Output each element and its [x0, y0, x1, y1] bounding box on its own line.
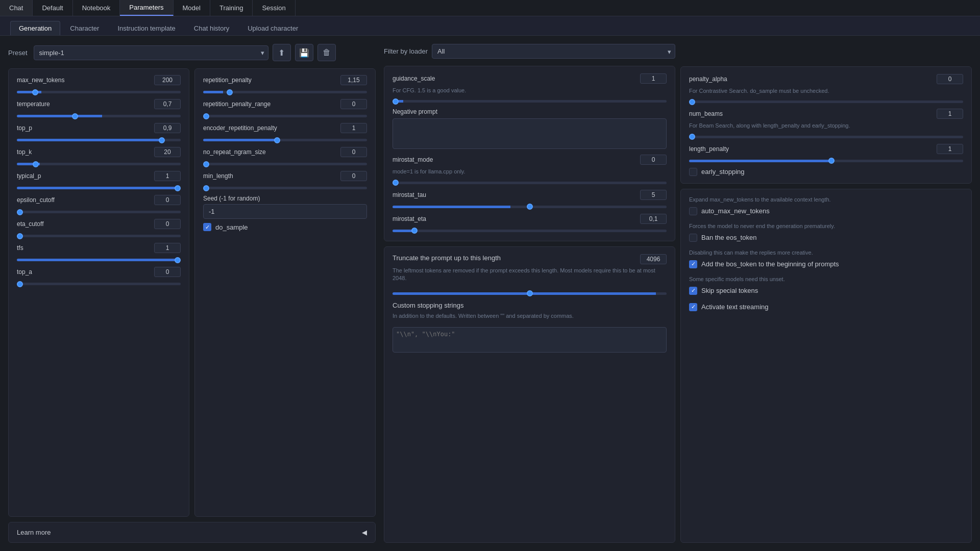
right-top-right-card: penalty_alpha For Contrastive Search. do…: [680, 66, 972, 184]
num-beams-value[interactable]: [937, 109, 963, 119]
mirostat-mode-value[interactable]: [640, 155, 667, 165]
nav-session[interactable]: Session: [253, 0, 295, 16]
param-min-length: min_length: [203, 171, 367, 191]
num-beams-slider[interactable]: [689, 136, 963, 138]
right-panel: Filter by loader All llama.cpp transform…: [384, 44, 972, 543]
epsilon-cutoff-value[interactable]: [154, 195, 181, 205]
add-bos-token-checkbox[interactable]: [689, 260, 697, 268]
tab-chat-history[interactable]: Chat history: [185, 21, 238, 35]
nav-notebook[interactable]: Notebook: [73, 0, 120, 16]
mirostat-eta-value[interactable]: [640, 214, 667, 224]
param-epsilon-cutoff: epsilon_cutoff: [17, 195, 181, 215]
guidance-scale-value[interactable]: [640, 73, 667, 84]
nav-training[interactable]: Training: [210, 0, 253, 16]
tab-generation[interactable]: Generation: [10, 21, 60, 35]
bottom-left-card: Truncate the prompt up to this length Th…: [384, 246, 675, 543]
seed-section: Seed (-1 for random): [203, 195, 367, 219]
top-navigation: Chat Default Notebook Parameters Model T…: [0, 0, 980, 16]
auto-max-new-tokens-checkbox[interactable]: [689, 207, 697, 215]
truncate-prompt-value[interactable]: [640, 254, 667, 264]
penalty-alpha-value[interactable]: [937, 74, 963, 84]
right-top-left-card: guidance_scale For CFG. 1.5 is a good va…: [384, 66, 675, 241]
top-a-value[interactable]: [154, 267, 181, 277]
typical-p-slider[interactable]: [17, 187, 181, 189]
min-length-value[interactable]: [340, 171, 367, 181]
ban-eos-token-checkbox[interactable]: [689, 234, 697, 242]
right-right-col: penalty_alpha For Contrastive Search. do…: [680, 44, 972, 543]
param-length-penalty: length_penalty: [689, 144, 963, 164]
tfs-value[interactable]: [154, 243, 181, 253]
mirostat-tau-slider[interactable]: [393, 206, 667, 208]
param-no-repeat-ngram: no_repeat_ngram_size: [203, 147, 367, 167]
max-new-tokens-slider[interactable]: [17, 91, 181, 93]
do-sample-row: do_sample: [203, 223, 367, 231]
top-k-value[interactable]: [154, 147, 181, 157]
min-length-slider[interactable]: [203, 187, 367, 189]
early-stopping-checkbox[interactable]: [689, 168, 697, 176]
save-preset-button[interactable]: 💾: [295, 44, 313, 61]
left-params-card: max_new_tokens temperature: [8, 68, 189, 517]
negative-prompt-section: Negative prompt: [393, 108, 667, 151]
stopping-strings-textarea[interactable]: [393, 327, 667, 353]
tfs-slider[interactable]: [17, 259, 181, 261]
no-repeat-ngram-slider[interactable]: [203, 163, 367, 165]
penalty-alpha-slider[interactable]: [689, 101, 963, 103]
nav-default[interactable]: Default: [33, 0, 72, 16]
mirostat-tau-value[interactable]: [640, 190, 667, 200]
tab-character[interactable]: Character: [61, 21, 108, 35]
nav-parameters[interactable]: Parameters: [120, 0, 173, 16]
delete-icon: 🗑: [323, 48, 331, 57]
ban-eos-token-label: Ban the eos_token: [701, 234, 756, 241]
learn-more-bar[interactable]: Learn more ◀: [8, 522, 376, 543]
no-repeat-ngram-value[interactable]: [340, 147, 367, 157]
learn-more-label: Learn more: [17, 529, 51, 536]
encoder-rep-penalty-slider[interactable]: [203, 139, 367, 141]
temperature-value[interactable]: [154, 99, 181, 109]
load-preset-button[interactable]: ⬆: [273, 44, 291, 61]
top-p-value[interactable]: [154, 123, 181, 133]
filter-loader-select[interactable]: All llama.cpp transformers exllama: [432, 44, 675, 59]
activate-text-streaming-checkbox[interactable]: [689, 303, 697, 311]
nav-chat[interactable]: Chat: [0, 0, 33, 16]
negative-prompt-textarea[interactable]: [393, 118, 667, 149]
tab-upload[interactable]: Upload character: [239, 21, 307, 35]
tab-instruction[interactable]: Instruction template: [109, 21, 184, 35]
length-penalty-value[interactable]: [937, 144, 963, 154]
truncate-prompt-slider[interactable]: [393, 292, 667, 295]
rep-penalty-range-slider[interactable]: [203, 115, 367, 117]
top-k-slider[interactable]: [17, 163, 181, 165]
top-a-slider[interactable]: [17, 283, 181, 285]
param-rep-penalty-range: repetition_penalty_range: [203, 99, 367, 119]
param-top-k: top_k: [17, 147, 181, 167]
nav-model[interactable]: Model: [174, 0, 210, 16]
encoder-rep-penalty-value[interactable]: [340, 123, 367, 133]
do-sample-checkbox[interactable]: [203, 223, 211, 231]
max-new-tokens-value[interactable]: [154, 75, 181, 85]
delete-preset-button[interactable]: 🗑: [317, 44, 336, 61]
mirostat-eta-slider[interactable]: [393, 230, 667, 232]
typical-p-value[interactable]: [154, 171, 181, 181]
param-typical-p: typical_p: [17, 171, 181, 191]
rep-penalty-slider[interactable]: [203, 91, 367, 93]
eta-cutoff-slider[interactable]: [17, 235, 181, 237]
preset-select[interactable]: simple-1 default creative precise: [34, 45, 268, 60]
param-eta-cutoff: eta_cutoff: [17, 219, 181, 239]
guidance-scale-slider[interactable]: [393, 100, 667, 103]
add-bos-token-label: Add the bos_token to the beginning of pr…: [701, 260, 839, 268]
param-rep-penalty: repetition_penalty: [203, 75, 367, 95]
param-tfs: tfs: [17, 243, 181, 263]
save-icon: 💾: [299, 48, 309, 58]
length-penalty-slider[interactable]: [689, 160, 963, 162]
temperature-slider[interactable]: [17, 115, 181, 117]
skip-special-tokens-checkbox[interactable]: [689, 287, 697, 295]
rep-penalty-range-value[interactable]: [340, 99, 367, 109]
top-p-slider[interactable]: [17, 139, 181, 141]
early-stopping-row: early_stopping: [689, 168, 963, 176]
seed-input[interactable]: [203, 204, 367, 219]
epsilon-cutoff-slider[interactable]: [17, 211, 181, 213]
mirostat-mode-slider[interactable]: [393, 182, 667, 184]
param-max-new-tokens: max_new_tokens: [17, 75, 181, 95]
eta-cutoff-value[interactable]: [154, 219, 181, 229]
rep-penalty-value[interactable]: [340, 75, 367, 85]
activate-text-streaming-label: Activate text streaming: [701, 303, 769, 311]
